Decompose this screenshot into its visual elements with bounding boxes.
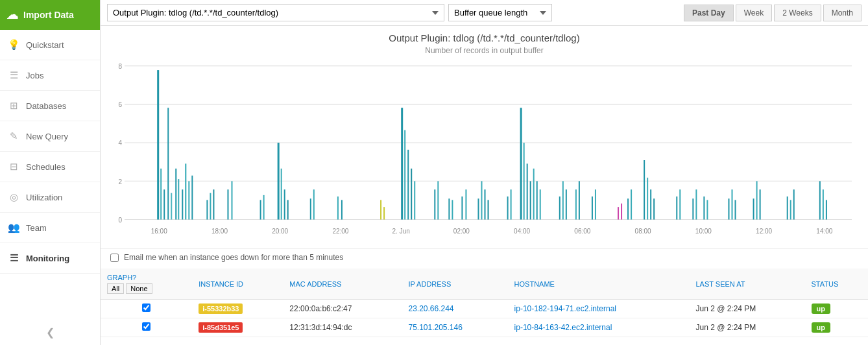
svg-rect-95 (728, 198, 729, 219)
all-button[interactable]: All (107, 283, 124, 294)
svg-rect-62 (481, 181, 482, 219)
sidebar-item-schedules[interactable]: ⊟ Schedules (0, 152, 100, 182)
svg-rect-87 (650, 189, 651, 219)
svg-rect-101 (787, 196, 788, 220)
row-mac: 12:31:3d:14:94:dc (283, 318, 402, 337)
svg-rect-91 (692, 198, 693, 219)
utilization-icon: ◎ (8, 191, 19, 203)
notification-row: Email me when an instance goes down for … (101, 248, 868, 266)
instance-badge: i-55332b33 (199, 303, 243, 314)
svg-rect-29 (182, 189, 183, 219)
chart-svg: 8 6 4 2 0 16:00 18:00 20:00 22:00 2. Jun… (110, 60, 858, 242)
svg-text:4: 4 (118, 139, 122, 147)
monitoring-icon: ☰ (8, 252, 19, 264)
row-instance-id: i-55332b33 (192, 300, 283, 318)
row-last-seen: Jun 2 @ 2:24 PM (689, 300, 804, 318)
sidebar: ☁ Import Data 💡 Quickstart ☰ Jobs ⊞ Data… (0, 0, 101, 345)
svg-text:14:00: 14:00 (816, 228, 832, 235)
row-checkbox[interactable] (142, 322, 151, 331)
svg-rect-104 (819, 181, 821, 219)
svg-rect-77 (575, 189, 577, 219)
svg-rect-24 (163, 189, 165, 219)
svg-rect-49 (383, 207, 385, 219)
row-checkbox[interactable] (142, 303, 151, 312)
svg-rect-84 (631, 189, 632, 219)
svg-rect-89 (676, 196, 677, 220)
svg-rect-68 (524, 143, 525, 219)
new-query-icon: ✎ (8, 130, 19, 142)
svg-text:08:00: 08:00 (635, 228, 651, 235)
sidebar-item-quickstart[interactable]: 💡 Quickstart (0, 30, 100, 60)
svg-rect-23 (160, 169, 162, 220)
team-icon: 👥 (8, 222, 19, 233)
svg-text:2. Jun: 2. Jun (392, 228, 410, 235)
notification-checkbox[interactable] (110, 254, 119, 262)
svg-rect-31 (188, 181, 189, 219)
svg-rect-48 (380, 200, 381, 219)
svg-text:2: 2 (118, 178, 122, 185)
svg-rect-65 (507, 196, 509, 220)
svg-rect-66 (511, 189, 512, 219)
hostname-link[interactable]: ip-10-84-163-42.ec2.internal (514, 323, 612, 332)
time-btn-week[interactable]: Week (736, 5, 772, 21)
svg-rect-74 (559, 196, 561, 220)
svg-rect-80 (595, 189, 596, 219)
main-content: Output Plugin: tdlog (/td.*.*/td_counter… (101, 0, 868, 345)
table-body: i-55332b33 22:00:0a:b6:c2:47 23.20.66.24… (101, 300, 868, 337)
ip-link[interactable]: 75.101.205.146 (408, 323, 462, 332)
row-hostname: ip-10-182-194-71.ec2.internal (508, 300, 690, 318)
import-data-button[interactable]: ☁ Import Data (0, 0, 100, 30)
svg-rect-37 (231, 181, 232, 219)
sidebar-item-monitoring[interactable]: ☰ Monitoring (0, 243, 100, 274)
metric-select[interactable]: Buffer queue length (448, 4, 552, 21)
col-graph: GRAPH? All None (101, 268, 192, 300)
svg-rect-86 (647, 178, 648, 220)
top-bar: Output Plugin: tdlog (/td.*.*/td_counter… (101, 0, 868, 26)
table-row: i-85d351e5 12:31:3d:14:94:dc 75.101.205.… (101, 318, 868, 337)
svg-rect-67 (520, 108, 522, 219)
svg-rect-56 (437, 181, 439, 219)
col-ip: IP ADDRESS (402, 268, 507, 300)
sidebar-label-quickstart: Quickstart (26, 40, 64, 50)
ip-link[interactable]: 23.20.66.244 (408, 304, 453, 313)
sidebar-item-databases[interactable]: ⊞ Databases (0, 91, 100, 121)
svg-rect-93 (703, 196, 705, 220)
sidebar-label-team: Team (26, 223, 47, 233)
svg-rect-32 (191, 176, 193, 220)
hostname-link[interactable]: ip-10-182-194-71.ec2.internal (514, 304, 616, 313)
time-btn-past-day[interactable]: Past Day (684, 5, 734, 21)
svg-rect-102 (790, 200, 791, 219)
plugin-select[interactable]: Output Plugin: tdlog (/td.*.*/td_counter… (107, 4, 444, 21)
svg-rect-99 (756, 181, 758, 219)
svg-rect-47 (341, 200, 343, 219)
svg-rect-69 (527, 163, 528, 219)
svg-rect-58 (452, 200, 453, 219)
svg-rect-42 (284, 189, 285, 219)
svg-rect-81 (618, 207, 619, 219)
svg-rect-35 (213, 189, 214, 219)
quickstart-icon: 💡 (8, 39, 19, 51)
svg-text:8: 8 (118, 63, 122, 70)
svg-rect-106 (826, 200, 827, 219)
svg-rect-27 (175, 169, 176, 220)
svg-rect-39 (263, 195, 265, 220)
sidebar-item-jobs[interactable]: ☰ Jobs (0, 60, 100, 91)
sidebar-item-new-query[interactable]: ✎ New Query (0, 121, 100, 152)
status-badge: up (812, 322, 830, 333)
row-ip: 75.101.205.146 (402, 318, 507, 337)
chart-container: 8 6 4 2 0 16:00 18:00 20:00 22:00 2. Jun… (110, 60, 858, 242)
svg-rect-54 (414, 181, 415, 219)
instance-badge: i-85d351e5 (199, 322, 243, 333)
svg-text:06:00: 06:00 (574, 228, 590, 235)
table-header-row: GRAPH? All None INSTANCE ID MAC ADDRESS … (101, 268, 868, 300)
time-btn-month[interactable]: Month (823, 5, 862, 21)
none-button[interactable]: None (126, 283, 152, 294)
svg-rect-50 (401, 108, 403, 219)
sidebar-collapse-button[interactable]: ❮ (0, 326, 100, 339)
sidebar-item-team[interactable]: 👥 Team (0, 213, 100, 243)
svg-rect-30 (185, 163, 186, 219)
time-btn-2weeks[interactable]: 2 Weeks (774, 5, 821, 21)
sidebar-item-utilization[interactable]: ◎ Utilization (0, 182, 100, 213)
svg-rect-63 (485, 189, 486, 219)
svg-text:10:00: 10:00 (695, 228, 712, 235)
